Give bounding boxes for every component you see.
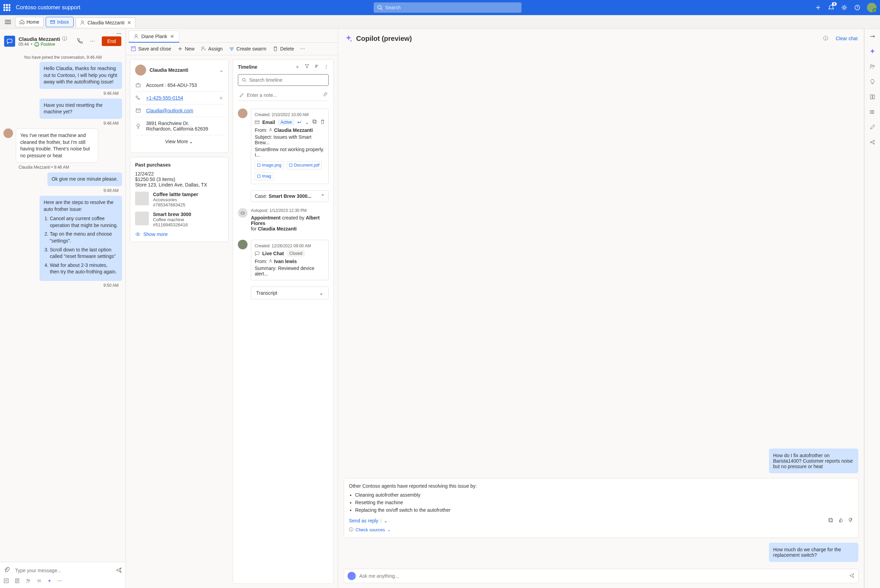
- attachment-chip[interactable]: Imag: [255, 172, 274, 180]
- copilot-sparkle-icon[interactable]: ✦: [47, 578, 51, 585]
- more-icon[interactable]: ⋮: [324, 64, 329, 70]
- info-icon[interactable]: ⓘ: [62, 36, 67, 42]
- attachment-chip[interactable]: Document.pdf: [287, 161, 322, 170]
- assign-button[interactable]: Assign: [201, 46, 223, 51]
- svg-rect-46: [870, 95, 872, 99]
- knowledge-icon[interactable]: [868, 93, 877, 101]
- chevron-down-icon: ⌄: [189, 139, 193, 144]
- svg-rect-31: [313, 120, 316, 123]
- more-icon[interactable]: ⋯: [57, 578, 62, 585]
- global-search[interactable]: [374, 2, 522, 13]
- star-icon[interactable]: ★: [219, 95, 223, 100]
- svg-point-38: [243, 213, 244, 213]
- copy-icon[interactable]: [313, 120, 317, 125]
- lightbulb-icon[interactable]: [868, 78, 877, 86]
- create-swarm-button[interactable]: Create swarm: [229, 46, 266, 51]
- end-button[interactable]: End: [102, 36, 121, 46]
- copy-icon[interactable]: [828, 518, 833, 524]
- chevron-down-icon: ⌄: [387, 527, 391, 532]
- send-icon[interactable]: [116, 567, 122, 574]
- settings-icon[interactable]: [841, 4, 848, 11]
- timeline-search-input[interactable]: [249, 77, 325, 83]
- send-icon[interactable]: [849, 573, 854, 579]
- timeline-note-input[interactable]: [247, 92, 320, 98]
- transfer-icon[interactable]: [36, 578, 42, 585]
- notifications-icon[interactable]: 8: [828, 4, 835, 11]
- related-case[interactable]: Case: Smart Brew 3000... ⌃: [251, 190, 329, 202]
- send-as-reply-button[interactable]: Send as reply | ⌄: [349, 518, 388, 524]
- copilot-sparkle-icon: [347, 572, 356, 580]
- timeline-search[interactable]: [238, 74, 329, 86]
- briefcase-icon: [135, 82, 141, 88]
- phone-link[interactable]: +1-425-555-0154: [146, 95, 183, 100]
- delete-icon[interactable]: [320, 120, 325, 125]
- copilot-text-input[interactable]: [359, 573, 845, 579]
- save-close-button[interactable]: Save and close: [131, 46, 171, 51]
- svg-rect-43: [829, 518, 832, 521]
- transcript-toggle[interactable]: Transcript ⌄: [251, 286, 329, 300]
- svg-point-52: [873, 140, 874, 141]
- copilot-rail-icon[interactable]: [868, 47, 877, 56]
- article-icon[interactable]: [14, 578, 20, 585]
- close-icon[interactable]: ✕: [127, 20, 131, 26]
- attachment-chip[interactable]: Image.png: [255, 161, 284, 170]
- show-more-button[interactable]: Show more: [135, 231, 223, 237]
- help-icon[interactable]: ?: [854, 4, 861, 11]
- eye-icon: [135, 231, 141, 237]
- customer-card-name: Claudia Mezzanti: [149, 68, 216, 73]
- svg-rect-42: [829, 519, 833, 522]
- home-button[interactable]: Home: [15, 17, 44, 27]
- hamburger-icon[interactable]: [3, 18, 13, 26]
- svg-rect-30: [313, 120, 316, 123]
- customer-name: Claudia Mezzanti: [18, 36, 60, 42]
- record-pane: Diane Plank ✕ Save and close New Assign …: [126, 29, 338, 588]
- sort-icon[interactable]: [314, 64, 319, 70]
- add-icon[interactable]: [815, 4, 821, 11]
- chat-message: Have you tried resetting the machine yet…: [39, 99, 122, 119]
- chevron-up-icon[interactable]: ⌃: [321, 194, 325, 199]
- view-more-button[interactable]: View More ⌄: [135, 135, 223, 148]
- chat-message: Here are the steps to resolve the auto f…: [39, 196, 122, 281]
- list-icon[interactable]: [868, 108, 877, 116]
- subtab-case[interactable]: Diane Plank ✕: [129, 31, 179, 43]
- add-icon[interactable]: ＋: [295, 64, 300, 70]
- email-link[interactable]: Claudia@outlook.com: [146, 108, 193, 113]
- new-button[interactable]: New: [178, 46, 194, 51]
- more-icon[interactable]: ⋯: [90, 39, 95, 44]
- clear-chat-button[interactable]: Clear chat: [836, 36, 857, 41]
- chevron-down-icon[interactable]: ⌄: [305, 120, 309, 125]
- delete-button[interactable]: Delete: [272, 46, 294, 51]
- phone-icon[interactable]: [77, 38, 83, 45]
- reply-icon[interactable]: ↩: [297, 120, 301, 125]
- svg-rect-7: [7, 39, 12, 43]
- thumbs-down-icon[interactable]: [848, 518, 853, 524]
- attach-icon[interactable]: [3, 567, 10, 574]
- check-sources-button[interactable]: ⓘ Check sources ⌄: [349, 526, 853, 533]
- app-launcher-icon[interactable]: [3, 4, 10, 11]
- share-icon[interactable]: [868, 138, 877, 146]
- copilot-input[interactable]: [344, 569, 858, 583]
- message-input[interactable]: [13, 566, 113, 575]
- thumbs-up-icon[interactable]: [838, 518, 843, 524]
- svg-rect-35: [257, 175, 260, 178]
- teams-icon[interactable]: [868, 63, 877, 71]
- chevron-down-icon[interactable]: ⌄: [384, 518, 388, 524]
- notes-icon[interactable]: [3, 578, 9, 585]
- inbox-button[interactable]: Inbox: [46, 17, 73, 27]
- chevron-down-icon[interactable]: ⌄: [219, 68, 223, 73]
- attach-icon[interactable]: [322, 92, 327, 98]
- svg-point-19: [230, 47, 231, 49]
- consult-icon[interactable]: [26, 578, 31, 585]
- bot-icon: [238, 208, 248, 218]
- info-icon[interactable]: ⓘ: [823, 35, 828, 42]
- more-icon[interactable]: ⋯: [300, 46, 305, 51]
- expand-icon[interactable]: [868, 32, 877, 40]
- close-icon[interactable]: ✕: [170, 34, 174, 39]
- call-duration: 05:44: [18, 42, 29, 47]
- search-input[interactable]: [385, 5, 518, 10]
- user-avatar[interactable]: [867, 3, 877, 12]
- svg-point-51: [870, 141, 872, 143]
- filter-icon[interactable]: [305, 64, 309, 70]
- edit-icon[interactable]: [868, 123, 877, 131]
- tab-customer[interactable]: Claudia Mezzanti ✕: [76, 18, 136, 27]
